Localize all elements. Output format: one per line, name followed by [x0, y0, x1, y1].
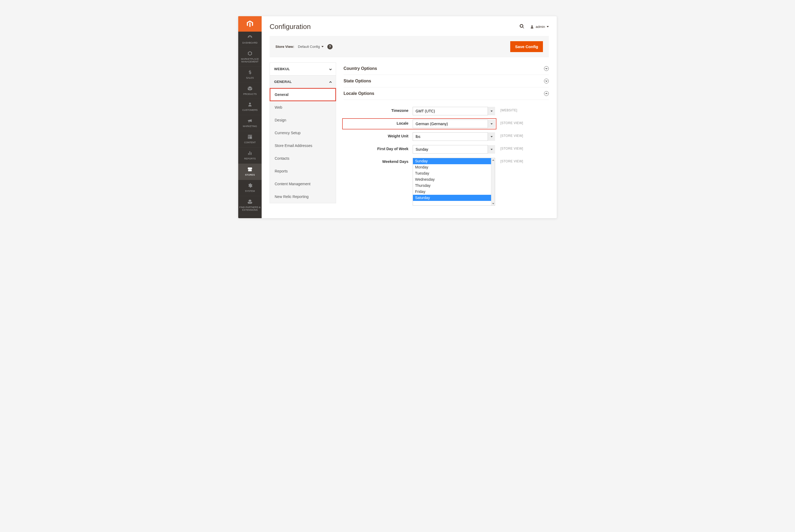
bars-icon	[247, 150, 253, 156]
weekend-option[interactable]: Sunday	[413, 158, 495, 164]
nav-partners[interactable]: FIND PARTNERS & EXTENSIONS	[238, 196, 262, 215]
dropdown-icon	[488, 119, 495, 128]
section-locale-options[interactable]: Locale Options	[344, 88, 549, 100]
weekend-multiselect[interactable]: Sunday Monday Tuesday Wednesday Thursday…	[413, 158, 495, 206]
field-locale: Locale German (Germany) [STORE VIEW]	[344, 117, 549, 130]
chevron-down-icon	[321, 46, 323, 47]
collapse-icon	[544, 91, 549, 96]
weekend-label: Weekend Days	[344, 158, 413, 164]
weight-select[interactable]: lbs	[413, 132, 495, 141]
weekend-option[interactable]: Saturday	[413, 195, 495, 201]
weight-label: Weight Unit	[344, 132, 413, 138]
box-icon	[247, 86, 253, 91]
help-icon[interactable]: ?	[327, 44, 333, 50]
config-item-currency[interactable]: Currency Setup	[270, 127, 336, 139]
main-pane: Configuration admin Store View: Default …	[262, 16, 557, 218]
expand-icon	[544, 79, 549, 83]
config-tree: WEBKUL GENERAL General Web Design Curren…	[270, 62, 336, 208]
dropdown-icon	[488, 107, 495, 115]
nav-content[interactable]: CONTENT	[238, 131, 262, 148]
config-group-webkul[interactable]: WEBKUL	[270, 63, 336, 75]
weekend-option[interactable]: Friday	[413, 189, 495, 195]
page-title: Configuration	[270, 23, 311, 31]
locale-label: Locale	[344, 119, 413, 128]
save-config-button[interactable]: Save Config	[510, 41, 543, 52]
firstday-select[interactable]: Sunday	[413, 145, 495, 154]
config-item-reports[interactable]: Reports	[270, 165, 336, 177]
scope-selector[interactable]: Default Config	[298, 45, 323, 49]
nav-stores[interactable]: STORES	[238, 164, 262, 180]
config-item-design[interactable]: Design	[270, 114, 336, 127]
nav-marketing[interactable]: MARKETING	[238, 115, 262, 131]
weight-scope: [STORE VIEW]	[495, 132, 532, 138]
locale-scope: [STORE VIEW]	[495, 119, 532, 125]
config-group-general[interactable]: GENERAL	[270, 75, 336, 88]
scroll-up-icon[interactable]	[491, 158, 495, 162]
user-icon	[530, 25, 534, 29]
search-icon[interactable]	[519, 24, 524, 30]
nav-dashboard[interactable]: DASHBOARD	[238, 32, 262, 48]
config-item-newrelic[interactable]: New Relic Reporting	[270, 190, 336, 203]
dollar-icon	[247, 69, 253, 75]
config-item-contacts[interactable]: Contacts	[270, 152, 336, 165]
boxes-icon	[247, 199, 253, 205]
nav-reports[interactable]: REPORTS	[238, 148, 262, 164]
gauge-icon	[247, 34, 253, 40]
nav-customers[interactable]: CUSTOMERS	[238, 99, 262, 115]
config-item-general[interactable]: General	[270, 88, 336, 101]
section-state-options[interactable]: State Options	[344, 75, 549, 88]
timezone-select[interactable]: GMT (UTC)	[413, 107, 495, 115]
person-icon	[247, 101, 253, 107]
admin-nav-rail: DASHBOARD MARKETPLACE MANAGEMENT SALES P…	[238, 16, 262, 218]
timezone-label: Timezone	[344, 107, 413, 113]
hexagon-icon	[247, 51, 253, 56]
nav-products[interactable]: PRODUCTS	[238, 83, 262, 99]
field-timezone: Timezone GMT (UTC) [WEBSITE]	[344, 105, 549, 117]
chevron-down-icon	[329, 68, 332, 71]
dropdown-icon	[488, 132, 495, 141]
firstday-scope: [STORE VIEW]	[495, 145, 532, 150]
magento-logo[interactable]	[238, 16, 262, 32]
weekend-option[interactable]: Monday	[413, 164, 495, 170]
megaphone-icon	[247, 118, 253, 124]
config-item-cms[interactable]: Content Management	[270, 177, 336, 190]
weekend-option[interactable]: Thursday	[413, 183, 495, 189]
layout-icon	[247, 134, 253, 140]
section-country-options[interactable]: Country Options	[344, 62, 549, 75]
chevron-down-icon	[547, 26, 549, 27]
gear-icon	[247, 183, 253, 188]
dropdown-icon	[488, 145, 495, 154]
account-menu[interactable]: admin	[530, 25, 549, 29]
locale-select[interactable]: German (Germany)	[413, 119, 495, 128]
username: admin	[536, 25, 545, 29]
config-item-email[interactable]: Store Email Addresses	[270, 139, 336, 152]
page-header: Configuration admin	[262, 16, 557, 34]
weekend-scope: [STORE VIEW]	[495, 158, 532, 163]
field-weekend: Weekend Days Sunday Monday Tuesday Wedne…	[344, 156, 549, 208]
scrollbar[interactable]	[491, 158, 495, 205]
nav-marketplace[interactable]: MARKETPLACE MANAGEMENT	[238, 48, 262, 67]
timezone-scope: [WEBSITE]	[495, 107, 532, 112]
scope-label: Store View:	[275, 45, 294, 49]
nav-sales[interactable]: SALES	[238, 67, 262, 83]
nav-system[interactable]: SYSTEM	[238, 180, 262, 196]
config-content: Country Options State Options Locale Opt…	[336, 62, 549, 208]
expand-icon	[544, 66, 549, 71]
scope-toolbar: Store View: Default Config ? Save Config	[270, 36, 549, 57]
weekend-option[interactable]: Tuesday	[413, 170, 495, 176]
chevron-up-icon	[329, 80, 332, 83]
firstday-label: First Day of Week	[344, 145, 413, 151]
field-firstday: First Day of Week Sunday [STORE VIEW]	[344, 143, 549, 156]
scroll-down-icon[interactable]	[491, 202, 495, 205]
field-weight: Weight Unit lbs [STORE VIEW]	[344, 130, 549, 143]
storefront-icon	[247, 166, 253, 172]
weekend-option[interactable]: Wednesday	[413, 176, 495, 183]
config-item-web[interactable]: Web	[270, 101, 336, 114]
